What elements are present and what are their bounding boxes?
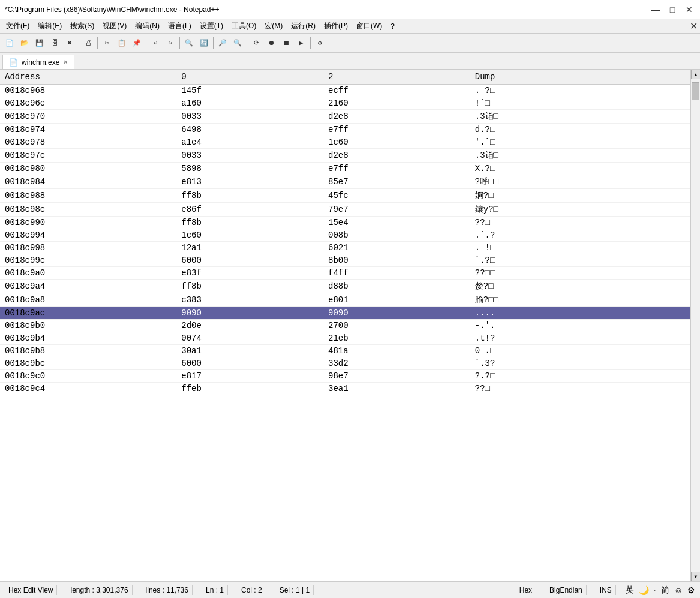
table-row[interactable]: 0018c9700033d2e8.3诣□ [0, 110, 690, 124]
scrollbar[interactable]: ▲ ▼ [690, 70, 700, 581]
table-row[interactable]: 0018c99812a16021. !□ [0, 242, 690, 254]
find-button[interactable]: 🔍 [182, 36, 196, 50]
zoom-out-button[interactable]: 🔍 [230, 36, 245, 50]
cell-col0: e817 [176, 370, 323, 383]
scroll-down-button[interactable]: ▼ [691, 572, 700, 581]
table-row[interactable]: 0018c9b830a1481a0 .□ [0, 345, 690, 357]
table-row[interactable]: 0018c9805898e7ffX.?□ [0, 163, 690, 175]
cell-col2: 85e7 [323, 175, 470, 189]
settings-button[interactable]: ⚙ [313, 36, 327, 50]
cell-col0: ff8b [176, 189, 323, 203]
table-row[interactable]: 0018c9bc600033d2`.3? [0, 357, 690, 370]
ime-moon-icon[interactable]: 🌙 [639, 585, 649, 595]
close-button[interactable]: ✕ [683, 4, 695, 16]
table-row[interactable]: 0018c9746498e7ffd.?□ [0, 124, 690, 136]
table-row[interactable]: 0018c9a0e83ff4ff??□□ [0, 267, 690, 280]
table-row[interactable]: 0018c9ac90909090.... [0, 307, 690, 320]
new-button[interactable]: 📄 [2, 36, 17, 50]
copy-button[interactable]: 📋 [115, 36, 129, 50]
table-row[interactable]: 0018c968145fecff._?□ [0, 85, 690, 97]
cell-col0: 2d0e [176, 320, 323, 332]
minimize-button[interactable]: — [650, 4, 662, 16]
print-button[interactable]: 🖨 [81, 36, 95, 50]
cell-col2: 21eb [323, 332, 470, 345]
status-hex-edit-view: Hex Edit View [5, 585, 57, 595]
ime-smile-icon[interactable]: ☺ [674, 585, 683, 595]
ime-english-icon[interactable]: 英 [626, 585, 634, 596]
tab-winchm[interactable]: 📄 winchm.exe ✕ [2, 55, 74, 69]
table-header-row: Address 0 2 Dump [0, 70, 690, 85]
redo-button[interactable]: ↪ [163, 36, 178, 50]
table-row[interactable]: 0018c9c4ffeb3ea1??□ [0, 383, 690, 395]
cell-col2: d88b [323, 280, 470, 293]
menu-close-button[interactable]: ✕ [690, 20, 698, 32]
menu-run[interactable]: 运行(R) [287, 20, 319, 32]
cell-col0: 30a1 [176, 345, 323, 357]
scroll-up-button[interactable]: ▲ [691, 70, 700, 79]
cell-col2: 45fc [323, 189, 470, 203]
tab-close-button[interactable]: ✕ [63, 59, 68, 65]
table-row[interactable]: 0018c97c0033d2e8.3诣□ [0, 149, 690, 163]
menu-language[interactable]: 语言(L) [164, 20, 195, 32]
menu-help[interactable]: ? [387, 21, 398, 32]
cell-col0: 0074 [176, 332, 323, 345]
undo-button[interactable]: ↩ [148, 36, 163, 50]
table-row[interactable]: 0018c9a8c383e801腧?□□ [0, 293, 690, 307]
menu-bar: 文件(F) 编辑(E) 搜索(S) 视图(V) 编码(N) 语言(L) 设置(T… [0, 19, 700, 34]
sync-button[interactable]: ⟳ [249, 36, 263, 50]
cell-address: 0018c9c4 [0, 383, 176, 395]
cell-dump: !`□ [470, 97, 690, 110]
table-row[interactable]: 0018c984e81385e7?呼□□ [0, 175, 690, 189]
menu-settings[interactable]: 设置(T) [196, 20, 227, 32]
macro-play-button[interactable]: ▶ [294, 36, 308, 50]
menu-file[interactable]: 文件(F) [2, 20, 33, 32]
cell-col0: e813 [176, 175, 323, 189]
save-button[interactable]: 💾 [32, 36, 47, 50]
open-button[interactable]: 📂 [17, 36, 32, 50]
paste-button[interactable]: 📌 [130, 36, 144, 50]
ime-icons: 英 🌙 · 简 ☺ ⚙ [626, 585, 695, 596]
hex-table-container[interactable]: Address 0 2 Dump 0018c968145fecff._?□001… [0, 70, 690, 581]
table-row[interactable]: 0018c9b02d0e2700-.'. [0, 320, 690, 332]
table-row[interactable]: 0018c9b4007421eb.t!? [0, 332, 690, 345]
macro-record-button[interactable]: ⏺ [264, 36, 278, 50]
table-row[interactable]: 0018c96ca1602160 !`□ [0, 97, 690, 110]
cell-dump: X.?□ [470, 163, 690, 175]
table-row[interactable]: 0018c9c0e81798e7?.?□ [0, 370, 690, 383]
cell-dump: 0 .□ [470, 345, 690, 357]
table-row[interactable]: 0018c990ff8b15e4 ??□ [0, 217, 690, 229]
table-row[interactable]: 0018c978a1e41c60'.`□ [0, 136, 690, 149]
cell-dump: ??□ [470, 217, 690, 229]
cell-col0: ffeb [176, 383, 323, 395]
scroll-thumb[interactable] [692, 82, 699, 100]
ime-chinese-icon[interactable]: 简 [661, 585, 669, 596]
table-row[interactable]: 0018c98ce86f79e7鑲y?□ [0, 203, 690, 217]
cell-col2: 008b [323, 229, 470, 242]
table-row[interactable]: 0018c9941c60008b.`.? [0, 229, 690, 242]
menu-window[interactable]: 窗口(W) [353, 20, 386, 32]
cell-col2: 3ea1 [323, 383, 470, 395]
maximize-button[interactable]: □ [666, 4, 678, 16]
ime-dot-icon[interactable]: · [654, 585, 656, 595]
cell-col2: 2700 [323, 320, 470, 332]
table-row[interactable]: 0018c9a4ff8bd88b 嫠?□ [0, 280, 690, 293]
menu-macro[interactable]: 宏(M) [261, 20, 286, 32]
macro-stop-button[interactable]: ⏹ [279, 36, 293, 50]
menu-view[interactable]: 视图(V) [99, 20, 130, 32]
menu-tools[interactable]: 工具(O) [228, 20, 260, 32]
table-row[interactable]: 0018c988ff8b45fc 婀?□ [0, 189, 690, 203]
table-row[interactable]: 0018c99c60008b00`.?□ [0, 254, 690, 267]
scroll-track[interactable] [691, 79, 700, 572]
menu-edit[interactable]: 编辑(E) [34, 20, 65, 32]
cell-col2: 79e7 [323, 203, 470, 217]
cell-dump: ??□□ [470, 267, 690, 280]
save-all-button[interactable]: 🗄 [47, 36, 62, 50]
close-doc-button[interactable]: ✖ [62, 36, 77, 50]
zoom-in-button[interactable]: 🔎 [215, 36, 230, 50]
cut-button[interactable]: ✂ [100, 36, 114, 50]
ime-settings-icon[interactable]: ⚙ [687, 585, 695, 595]
menu-search[interactable]: 搜索(S) [67, 20, 98, 32]
menu-encoding[interactable]: 编码(N) [131, 20, 163, 32]
replace-button[interactable]: 🔄 [197, 36, 211, 50]
menu-plugins[interactable]: 插件(P) [320, 20, 351, 32]
